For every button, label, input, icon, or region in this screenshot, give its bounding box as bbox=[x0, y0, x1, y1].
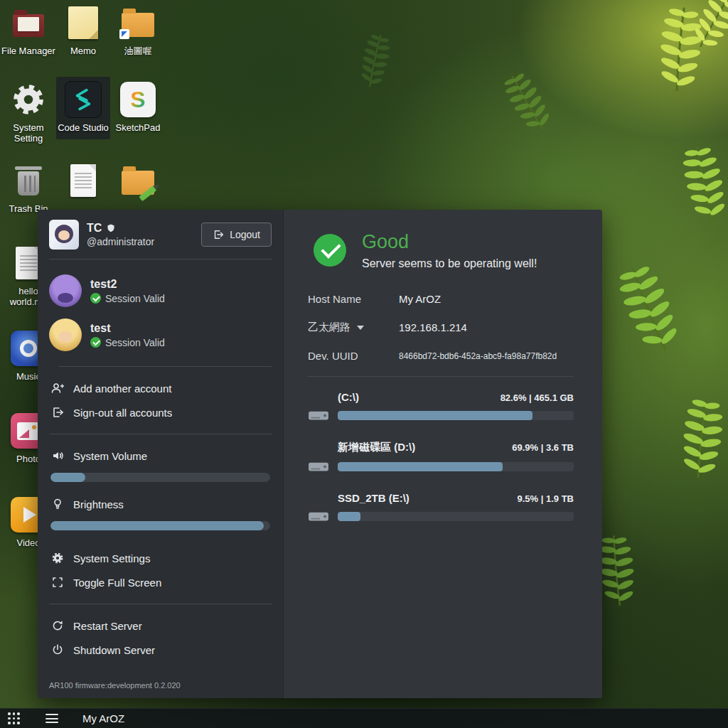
icon-label: Code Studio bbox=[56, 123, 110, 134]
speaker-icon bbox=[50, 449, 64, 462]
account-name: test2 bbox=[90, 278, 165, 291]
hdd-icon bbox=[308, 407, 329, 423]
user-name: TC bbox=[87, 222, 102, 235]
hdd-icon bbox=[308, 508, 329, 524]
desktop-icon-file-manager[interactable]: File Manager bbox=[1, 3, 55, 57]
desktop-screen: File Manager Memo 油圖喔 System Setting Cod… bbox=[0, 0, 728, 728]
file-manager-icon bbox=[13, 14, 44, 37]
divider bbox=[59, 366, 272, 367]
network-dropdown[interactable]: 乙太網路 bbox=[308, 321, 399, 334]
server-status-header: Good Server seems to be operating well! bbox=[308, 231, 574, 270]
hdd-icon bbox=[308, 459, 329, 474]
disk-name: (C:\) bbox=[338, 391, 359, 403]
desktop-icon-sketchpad[interactable]: S SketchPad bbox=[111, 80, 165, 134]
panel-right-column: Good Server seems to be operating well! … bbox=[283, 210, 602, 698]
code-studio-icon bbox=[65, 81, 102, 118]
icon-label: File Manager bbox=[1, 46, 55, 57]
disk-usage-fill bbox=[338, 462, 503, 471]
desktop-icon-shortcut-folder[interactable]: 油圖喔 bbox=[111, 3, 165, 57]
user-names: TC @administrator bbox=[87, 222, 193, 247]
hostname-value: My ArOZ bbox=[399, 293, 441, 305]
app-launcher-icon[interactable] bbox=[8, 712, 20, 724]
pencil-icon bbox=[139, 186, 156, 201]
avatar bbox=[49, 318, 82, 351]
info-row-network: 乙太網路 192.168.1.214 bbox=[308, 318, 574, 336]
brightness-slider-fill bbox=[50, 521, 264, 530]
panel-left-column: TC @administrator Logout test2 bbox=[38, 210, 283, 698]
shortcut-arrow-icon bbox=[119, 29, 129, 39]
account-name: test bbox=[90, 322, 165, 335]
lightbulb-icon bbox=[50, 498, 64, 510]
disk-usage: 9.5% | 1.9 TB bbox=[517, 493, 574, 504]
icon-label: 油圖喔 bbox=[111, 46, 165, 57]
divider bbox=[49, 604, 272, 604]
document-icon bbox=[70, 164, 96, 197]
avatar bbox=[49, 220, 79, 250]
firmware-version: AR100 firmware:development 0.2.020 bbox=[49, 677, 272, 691]
server-info: Host Name My ArOZ 乙太網路 192.168.1.214 Dev… bbox=[308, 290, 574, 365]
disk-usage: 82.6% | 465.1 GB bbox=[500, 392, 574, 403]
signout-all-item[interactable]: Sign-out all accounts bbox=[49, 400, 272, 424]
system-volume-label: System Volume bbox=[49, 444, 272, 468]
divider bbox=[308, 376, 574, 377]
disk-usage-fill bbox=[338, 411, 532, 420]
logout-button[interactable]: Logout bbox=[201, 223, 272, 247]
divider bbox=[49, 434, 272, 434]
fullscreen-icon bbox=[50, 576, 64, 589]
disk-name: SSD_2TB (E:\) bbox=[338, 492, 410, 504]
icon-label: SketchPad bbox=[111, 123, 165, 134]
disk-usage-bar bbox=[338, 411, 574, 420]
gear-icon bbox=[9, 80, 48, 119]
account-status: Session Valid bbox=[105, 337, 165, 348]
person-plus-icon bbox=[50, 382, 64, 395]
system-settings-item[interactable]: System Settings bbox=[49, 546, 272, 570]
sketchpad-icon: S bbox=[120, 82, 156, 117]
folder-shortcut-icon bbox=[122, 13, 154, 37]
icon-label: Memo bbox=[56, 46, 110, 57]
menu-icon[interactable] bbox=[46, 714, 58, 723]
volume-slider-fill bbox=[50, 473, 85, 482]
uuid-value: 8466bd72-bdb6-452a-abc9-fa98a77fb82d bbox=[399, 351, 557, 361]
avatar bbox=[49, 274, 82, 307]
divider bbox=[49, 259, 272, 259]
taskbar: My ArOZ bbox=[0, 708, 728, 728]
ip-address-value: 192.168.1.214 bbox=[399, 321, 467, 333]
info-row-hostname: Host Name My ArOZ bbox=[308, 290, 574, 308]
system-panel: TC @administrator Logout test2 bbox=[38, 210, 602, 698]
add-account-item[interactable]: Add another account bbox=[49, 376, 272, 400]
toggle-fullscreen-item[interactable]: Toggle Full Screen bbox=[49, 570, 272, 594]
desktop-icon-code-studio[interactable]: Code Studio bbox=[56, 77, 110, 139]
desktop-icon-trash[interactable]: Trash Bin bbox=[1, 161, 55, 215]
status-headline: Good bbox=[362, 231, 537, 253]
trash-icon bbox=[18, 171, 39, 196]
memo-icon bbox=[68, 6, 98, 39]
desktop-icon-document[interactable] bbox=[56, 161, 110, 204]
folder-edit-icon bbox=[122, 171, 154, 195]
status-subline: Server seems to be operating well! bbox=[362, 257, 537, 270]
shutdown-server-item[interactable]: Shutdown Server bbox=[49, 638, 272, 662]
icon-label: System Setting bbox=[1, 123, 55, 144]
uuid-label: Dev. UUID bbox=[308, 350, 399, 362]
brightness-label: Brightness bbox=[49, 492, 272, 516]
desktop-icon-folder-edit[interactable] bbox=[111, 161, 165, 204]
signout-icon bbox=[50, 406, 64, 419]
desktop-icon-system-setting[interactable]: System Setting bbox=[1, 80, 55, 144]
shield-icon bbox=[106, 223, 116, 234]
desktop-icon-memo[interactable]: Memo bbox=[56, 3, 110, 57]
check-circle-icon bbox=[90, 293, 101, 304]
chevron-down-icon bbox=[357, 326, 364, 330]
info-row-uuid: Dev. UUID 8466bd72-bdb6-452a-abc9-fa98a7… bbox=[308, 347, 574, 365]
hostname-label: Host Name bbox=[308, 293, 399, 305]
logout-icon bbox=[213, 229, 224, 240]
brightness-slider[interactable] bbox=[50, 521, 270, 530]
gear-icon bbox=[50, 552, 64, 564]
volume-slider[interactable] bbox=[50, 473, 270, 482]
disk-row: 新增磁碟區 (D:\) 69.9% | 3.6 TB bbox=[308, 441, 574, 474]
disk-row: (C:\) 82.6% | 465.1 GB bbox=[308, 391, 574, 423]
disk-row: SSD_2TB (E:\) 9.5% | 1.9 TB bbox=[308, 492, 574, 524]
disk-usage-fill bbox=[338, 512, 360, 521]
account-item-test[interactable]: test Session Valid bbox=[49, 313, 272, 357]
account-item-test2[interactable]: test2 Session Valid bbox=[49, 269, 272, 313]
restart-server-item[interactable]: Restart Server bbox=[49, 614, 272, 638]
status-check-icon bbox=[314, 234, 346, 267]
